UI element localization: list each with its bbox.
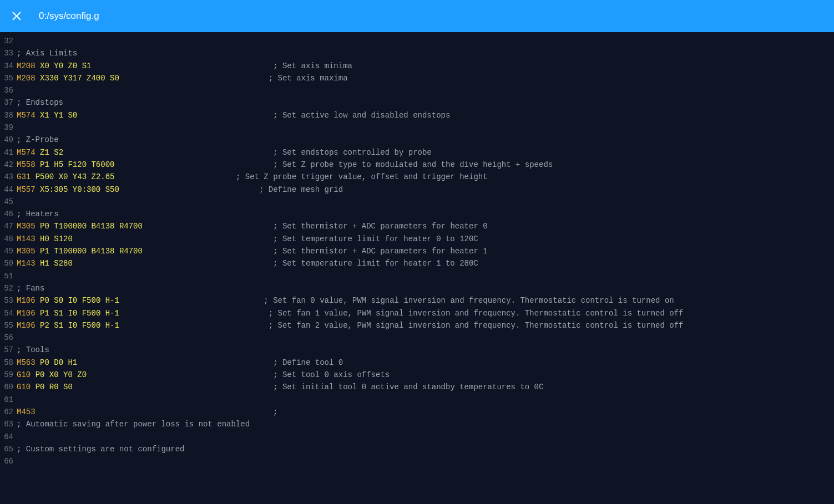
line-number: 65 — [0, 445, 13, 454]
line-number: 39 — [0, 123, 13, 132]
line-number: 46 — [0, 210, 13, 218]
line-content: M208 X330 Y317 Z400 S0 ; Set axis maxima — [17, 74, 348, 83]
line-number: 60 — [0, 383, 13, 391]
line-number: 43 — [0, 172, 13, 181]
code-line[interactable]: 56 — [0, 333, 834, 345]
line-number: 64 — [0, 432, 13, 441]
line-content: M106 P2 S1 I0 F500 H-1 ; Set fan 2 value… — [17, 321, 683, 330]
code-line[interactable]: 59G10 P0 X0 Y0 Z0 ; Set tool 0 axis offs… — [0, 370, 834, 383]
line-number: 53 — [0, 296, 13, 305]
code-line[interactable]: 42M558 P1 H5 F120 T6000 ; Set Z probe ty… — [0, 160, 834, 172]
line-number: 50 — [0, 259, 13, 268]
line-number: 49 — [0, 247, 13, 256]
line-content: M574 X1 Y1 S0 ; Set active low and disab… — [17, 111, 450, 120]
line-number: 38 — [0, 111, 13, 120]
line-content: ; Axis Limits — [17, 49, 77, 58]
code-line[interactable]: 63; Automatic saving after power loss is… — [0, 420, 834, 432]
line-number: 62 — [0, 408, 13, 416]
code-line[interactable]: 35M208 X330 Y317 Z400 S0 ; Set axis maxi… — [0, 74, 834, 86]
code-line[interactable]: 57; Tools — [0, 345, 834, 358]
line-content: M557 X5:305 Y0:300 S50 ; Define mesh gri… — [17, 185, 343, 194]
code-line[interactable]: 60G10 P0 R0 S0 ; Set initial tool 0 acti… — [0, 383, 834, 395]
line-content: ; Z-Probe — [17, 135, 59, 144]
line-content: M208 X0 Y0 Z0 S1 ; Set axis minima — [17, 62, 352, 70]
line-content: M305 P0 T100000 B4138 R4700 ; Set thermi… — [17, 222, 488, 231]
code-line[interactable]: 37; Endstops — [0, 98, 834, 110]
line-content: M563 P0 D0 H1 ; Define tool 0 — [17, 358, 343, 367]
line-content: ; Custom settings are not configured — [17, 445, 184, 454]
code-line[interactable]: 44M557 X5:305 Y0:300 S50 ; Define mesh g… — [0, 185, 834, 197]
line-number: 45 — [0, 197, 13, 206]
line-content: M574 Z1 S2 ; Set endstops controlled by … — [17, 148, 432, 157]
line-content: M558 P1 H5 F120 T6000 ; Set Z probe type… — [17, 160, 553, 169]
line-content: G10 P0 X0 Y0 Z0 ; Set tool 0 axis offset… — [17, 370, 390, 379]
line-number: 54 — [0, 309, 13, 318]
line-number: 36 — [0, 86, 13, 95]
code-line[interactable]: 34M208 X0 Y0 Z0 S1 ; Set axis minima — [0, 62, 834, 74]
line-number: 32 — [0, 37, 13, 45]
line-content: M106 P1 S1 I0 F500 H-1 ; Set fan 1 value… — [17, 309, 683, 318]
line-content: ; Endstops — [17, 98, 63, 107]
code-line[interactable]: 51 — [0, 272, 834, 284]
line-content: ; Heaters — [17, 210, 59, 218]
line-number: 48 — [0, 235, 13, 243]
line-content: ; Tools — [17, 345, 49, 354]
line-number: 63 — [0, 420, 13, 429]
line-number: 52 — [0, 284, 13, 293]
line-number: 55 — [0, 321, 13, 330]
code-line[interactable]: 47M305 P0 T100000 B4138 R4700 ; Set ther… — [0, 222, 834, 234]
code-line[interactable]: 45 — [0, 197, 834, 210]
line-content: ; Automatic saving after power loss is n… — [17, 420, 250, 429]
line-number: 37 — [0, 98, 13, 107]
code-line[interactable]: 36 — [0, 86, 834, 98]
line-content: G10 P0 R0 S0 ; Set initial tool 0 active… — [17, 383, 543, 391]
line-content: M453 ; — [17, 408, 278, 416]
code-line[interactable]: 64 — [0, 432, 834, 445]
code-line[interactable]: 39 — [0, 123, 834, 135]
code-line[interactable]: 66 — [0, 457, 834, 469]
code-line[interactable]: 54M106 P1 S1 I0 F500 H-1 ; Set fan 1 val… — [0, 309, 834, 321]
code-line[interactable]: 33; Axis Limits — [0, 49, 834, 61]
line-number: 66 — [0, 457, 13, 466]
code-line[interactable]: 40; Z-Probe — [0, 135, 834, 147]
line-number: 61 — [0, 395, 13, 404]
code-line[interactable]: 55M106 P2 S1 I0 F500 H-1 ; Set fan 2 val… — [0, 321, 834, 333]
line-number: 57 — [0, 345, 13, 354]
code-line[interactable]: 65; Custom settings are not configured — [0, 445, 834, 457]
code-line[interactable]: 61 — [0, 395, 834, 408]
code-line[interactable]: 49M305 P1 T100000 B4138 R4700 ; Set ther… — [0, 247, 834, 259]
line-number: 41 — [0, 148, 13, 157]
line-content: M106 P0 S0 I0 F500 H-1 ; Set fan 0 value… — [17, 296, 674, 305]
line-content: M143 H1 S280 ; Set temperature limit for… — [17, 259, 478, 268]
code-line[interactable]: 46; Heaters — [0, 210, 834, 222]
line-number: 58 — [0, 358, 13, 367]
code-line[interactable]: 41M574 Z1 S2 ; Set endstops controlled b… — [0, 148, 834, 160]
code-line[interactable]: 38M574 X1 Y1 S0 ; Set active low and dis… — [0, 111, 834, 123]
code-line[interactable]: 53M106 P0 S0 I0 F500 H-1 ; Set fan 0 val… — [0, 296, 834, 308]
line-number: 47 — [0, 222, 13, 231]
editor-header: 0:/sys/config.g — [0, 0, 834, 32]
line-number: 34 — [0, 62, 13, 70]
line-number: 42 — [0, 160, 13, 169]
file-path-title: 0:/sys/config.g — [39, 11, 99, 22]
code-line[interactable]: 32 — [0, 37, 834, 49]
line-number: 59 — [0, 370, 13, 379]
line-number: 33 — [0, 49, 13, 58]
line-number: 40 — [0, 135, 13, 144]
line-content: M305 P1 T100000 B4138 R4700 ; Set thermi… — [17, 247, 488, 256]
code-line[interactable]: 43G31 P500 X0 Y43 Z2.65 ; Set Z probe tr… — [0, 172, 834, 185]
line-number: 51 — [0, 272, 13, 281]
code-line[interactable]: 62M453 ; — [0, 408, 834, 420]
code-editor[interactable]: 3233; Axis Limits34M208 X0 Y0 Z0 S1 ; Se… — [0, 32, 834, 491]
line-number: 44 — [0, 185, 13, 194]
line-number: 56 — [0, 333, 13, 342]
line-content: ; Fans — [17, 284, 44, 293]
line-content: M143 H0 S120 ; Set temperature limit for… — [17, 235, 478, 243]
line-content: G31 P500 X0 Y43 Z2.65 ; Set Z probe trig… — [17, 172, 488, 181]
code-line[interactable]: 48M143 H0 S120 ; Set temperature limit f… — [0, 235, 834, 247]
line-number: 35 — [0, 74, 13, 83]
code-line[interactable]: 50M143 H1 S280 ; Set temperature limit f… — [0, 259, 834, 271]
code-line[interactable]: 52; Fans — [0, 284, 834, 296]
close-icon[interactable] — [11, 11, 22, 22]
code-line[interactable]: 58M563 P0 D0 H1 ; Define tool 0 — [0, 358, 834, 370]
